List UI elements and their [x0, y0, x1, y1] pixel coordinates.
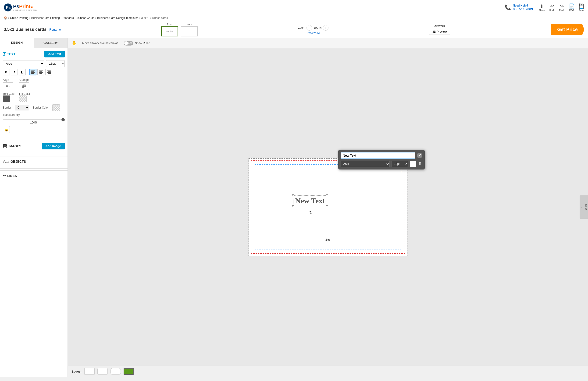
front-thumbnail[interactable]: New Text [161, 26, 178, 36]
front-preview-tab[interactable]: front New Text [161, 23, 178, 36]
tab-gallery[interactable]: GALLERY [34, 38, 68, 48]
transparency-label-row: Transparency [3, 113, 65, 117]
rename-button[interactable]: Rename [49, 28, 61, 31]
back-preview-tab[interactable]: back [181, 23, 198, 36]
ruler-toggle-pill[interactable]: OFF [124, 41, 133, 45]
bold-button[interactable]: B [3, 69, 10, 75]
align-arrange-row: Align Arrange [3, 78, 65, 90]
handle-bottom-right[interactable] [326, 205, 328, 207]
canvas-area: New Text ↻ ✂ ✕ Arvo [68, 48, 588, 366]
fill-color-swatch[interactable] [19, 96, 27, 102]
format-row: B I U [3, 69, 65, 75]
svg-rect-6 [23, 85, 25, 87]
pdf-button[interactable]: 📄 PDF [569, 3, 575, 12]
edge-option-1[interactable] [97, 368, 108, 375]
text-section-title: TEXT [7, 52, 15, 56]
title-area: 3.5x2 Business cards Rename [4, 27, 61, 32]
zoom-controls: Zoom − 100 % + [298, 25, 329, 31]
align-icon [6, 84, 10, 88]
zoom-out-button[interactable]: − [307, 25, 312, 31]
lines-section: ✏ LINES [0, 170, 67, 181]
help-text: Need Help? [513, 4, 533, 7]
undo-button[interactable]: ↩ Undo [549, 3, 555, 12]
popup-font-select[interactable]: Arvo [341, 161, 390, 167]
edge-option-3[interactable] [124, 368, 134, 375]
svg-marker-4 [10, 86, 10, 87]
popup-size-select[interactable]: 18px [392, 161, 408, 167]
font-size-select[interactable]: 18px [46, 60, 65, 67]
images-section: 🖼 IMAGES Add Image [0, 140, 67, 152]
align-left-button[interactable] [29, 69, 37, 75]
help-text-block: Need Help? 800.511.2009 [513, 4, 533, 11]
sidebar-tabs: DESIGN GALLERY [0, 38, 67, 48]
logo-graphic: Ps [4, 3, 12, 12]
reset-view-button[interactable]: Reset View [307, 32, 320, 34]
align-center-button[interactable] [37, 69, 44, 75]
arrange-label: Arrange [19, 78, 29, 81]
edges-label: Edges: [71, 370, 82, 373]
toggle-off-label: OFF [128, 42, 132, 44]
scissors-icon: ✂ [325, 236, 331, 244]
left-sidebar: DESIGN GALLERY T TEXT Add Text Arvo 18px [0, 38, 68, 377]
share-button[interactable]: ⬆ Share [539, 3, 545, 12]
breadcrumb-design-templates[interactable]: Business Card Design Templates [97, 16, 139, 20]
align-control[interactable] [3, 82, 13, 90]
popup-delete-button[interactable]: 🗑 [418, 161, 422, 166]
handle-bottom-left[interactable] [292, 205, 294, 207]
popup-close-button[interactable]: ✕ [417, 153, 422, 158]
section-divider-images [0, 138, 67, 138]
border-color-swatch[interactable] [52, 104, 60, 111]
save-icon: 💾 [578, 3, 584, 9]
breadcrumb-business-card-printing[interactable]: Business Card Printing [31, 16, 60, 20]
edge-option-2[interactable] [110, 368, 121, 375]
help-phone: 800.511.2009 [513, 7, 533, 11]
arrange-icon [21, 84, 26, 88]
italic-button[interactable]: I [11, 69, 18, 75]
back-thumbnail[interactable] [181, 26, 198, 36]
redo-button[interactable]: ↪ Redo [559, 3, 565, 12]
text-color-swatch[interactable] [3, 96, 10, 102]
text-color-group: Text Color [3, 92, 15, 102]
lock-button[interactable]: 🔒 [3, 126, 10, 133]
border-row: Border 0 Border Color [3, 104, 65, 111]
popup-color-swatch[interactable] [410, 160, 416, 167]
handle-top-right[interactable] [326, 195, 328, 196]
next-label: Next [584, 204, 588, 210]
next-button[interactable]: Next › [580, 195, 588, 219]
tab-design[interactable]: DESIGN [0, 38, 34, 48]
arrange-control[interactable] [19, 82, 29, 90]
logo-wrapper: Ps PsPrint★ A DELUXE COMPANY [4, 3, 38, 12]
undo-icon: ↩ [550, 3, 554, 9]
logo-area: Ps PsPrint★ A DELUXE COMPANY [4, 3, 38, 12]
handle-top-left[interactable] [292, 195, 294, 196]
breadcrumb-standard-business-cards[interactable]: Standard Business Cards [63, 16, 94, 20]
transparency-slider[interactable] [3, 119, 65, 120]
border-select[interactable]: 0 [15, 105, 29, 110]
add-text-button[interactable]: Add Text [44, 51, 65, 58]
font-family-select[interactable]: Arvo [3, 60, 44, 67]
align-right-button[interactable] [45, 69, 52, 75]
card-canvas[interactable]: New Text ↻ ✂ [249, 158, 407, 256]
preview-3d-button[interactable]: 3D Preview [429, 29, 450, 35]
underline-button[interactable]: U [19, 69, 26, 75]
add-image-button[interactable]: Add Image [42, 143, 65, 149]
canvas-text-element[interactable]: New Text ↻ [293, 195, 327, 206]
edge-option-0[interactable] [84, 368, 95, 375]
canvas-text-inner[interactable]: New Text [293, 195, 327, 206]
text-label: T TEXT [3, 51, 15, 57]
popup-text-input[interactable] [341, 152, 415, 159]
fill-color-group: Fill Color [19, 92, 30, 102]
align-group: Align [3, 78, 13, 90]
get-price-button[interactable]: Get Price [551, 24, 584, 35]
save-button[interactable]: 💾 Save [578, 3, 584, 12]
front-tab-label: front [167, 23, 172, 26]
images-icon: 🖼 [3, 143, 7, 148]
breadcrumb-online-printing[interactable]: Online Printing [10, 16, 28, 20]
section-divider-lines [0, 168, 67, 169]
objects-section: △▭ OBJECTS [0, 156, 67, 166]
next-arrow: › [580, 207, 583, 208]
home-icon[interactable]: 🏠 [4, 16, 7, 20]
zoom-in-button[interactable]: + [323, 25, 328, 31]
handle-rotate[interactable]: ↻ [309, 210, 311, 212]
transparency-value: 100% [3, 121, 65, 124]
